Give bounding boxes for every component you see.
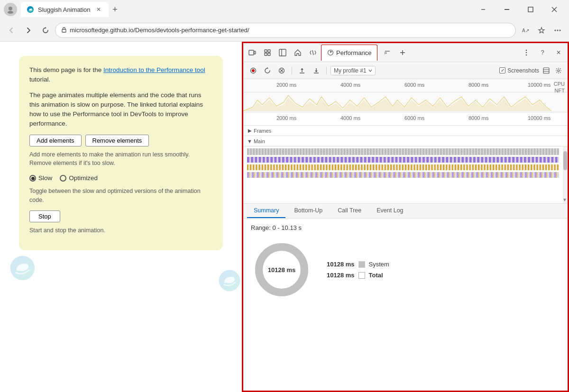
svg-rect-21 bbox=[265, 53, 267, 55]
yellow-stripes bbox=[247, 164, 559, 170]
purple-stripes bbox=[247, 157, 559, 163]
svg-rect-18 bbox=[254, 51, 256, 54]
read-aloud-btn[interactable]: A↗ bbox=[518, 23, 533, 38]
dt-device-icon[interactable] bbox=[245, 46, 259, 60]
dt-source-icon[interactable] bbox=[306, 46, 320, 60]
more-btn[interactable] bbox=[550, 23, 565, 38]
svg-point-1 bbox=[8, 11, 13, 14]
bottom-tabs: Summary Bottom-Up Call Tree Event Log bbox=[243, 203, 568, 219]
ctrl-divider-1 bbox=[292, 67, 292, 74]
system-ms: 10128 ms bbox=[327, 261, 355, 268]
settings-btn[interactable] bbox=[553, 65, 564, 76]
svg-rect-55 bbox=[247, 157, 559, 163]
add-elements-btn[interactable]: Add elements bbox=[29, 135, 82, 146]
frames-label: Frames bbox=[254, 128, 271, 134]
close-btn[interactable] bbox=[543, 2, 565, 17]
dt-more-options[interactable] bbox=[519, 46, 533, 60]
forward-btn[interactable] bbox=[21, 23, 36, 38]
radio-row: Slow Optimized bbox=[29, 173, 212, 183]
svg-rect-50 bbox=[247, 148, 559, 155]
svg-rect-3 bbox=[505, 9, 509, 10]
profile-label: My profile #1 bbox=[334, 67, 367, 74]
slow-radio[interactable]: Slow bbox=[29, 173, 52, 183]
tab-summary[interactable]: Summary bbox=[247, 204, 285, 218]
navbar: microsoftedge.github.io/Demos/devtools-p… bbox=[0, 19, 569, 42]
tab-bottom-up[interactable]: Bottom-Up bbox=[287, 204, 329, 218]
record-btn[interactable] bbox=[247, 64, 259, 77]
stop-btn[interactable]: Stop bbox=[29, 210, 60, 222]
favorite-btn[interactable] bbox=[534, 23, 549, 38]
dt-add-tab[interactable] bbox=[395, 46, 410, 60]
performance-tab-icon bbox=[327, 49, 334, 56]
performance-tab-label: Performance bbox=[336, 49, 371, 56]
ruler-label-2000: 2000 ms bbox=[276, 82, 296, 88]
ruler-label-8000: 8000 ms bbox=[468, 82, 488, 88]
screenshots-label: Screenshots bbox=[507, 67, 539, 74]
refresh-btn[interactable] bbox=[38, 23, 53, 38]
dt-panel-icon[interactable] bbox=[275, 46, 290, 60]
svg-point-0 bbox=[9, 7, 12, 10]
collapse-btn[interactable] bbox=[472, 2, 494, 17]
dt-inspect-icon[interactable] bbox=[260, 46, 275, 60]
back-btn[interactable] bbox=[4, 23, 19, 38]
main-content: This demo page is for the Introduction t… bbox=[0, 42, 569, 392]
tab-close-btn[interactable]: ✕ bbox=[94, 5, 103, 14]
svg-rect-17 bbox=[249, 50, 254, 55]
svg-point-37 bbox=[252, 69, 255, 72]
active-tab[interactable]: Sluggish Animation ✕ bbox=[21, 2, 109, 17]
frames-expand-icon[interactable]: ▶ bbox=[248, 128, 252, 133]
range-text: Range: 0 - 10.13 s bbox=[251, 224, 560, 231]
profile-dropdown-icon bbox=[368, 69, 372, 73]
ruler2-label-4000: 4000 ms bbox=[340, 115, 360, 121]
minimize-btn[interactable] bbox=[496, 2, 518, 17]
titlebar: Sluggish Animation ✕ + bbox=[0, 0, 569, 19]
element-buttons: Add elements Remove elements bbox=[29, 135, 212, 146]
scroll-down-arrow[interactable]: ▼ bbox=[562, 197, 567, 202]
dt-help-btn[interactable]: ? bbox=[535, 46, 550, 60]
import-btn[interactable] bbox=[310, 64, 322, 77]
maximize-btn[interactable] bbox=[520, 2, 541, 17]
tab-performance[interactable]: Performance bbox=[321, 45, 377, 61]
tab-call-tree[interactable]: Call Tree bbox=[331, 204, 368, 218]
svg-rect-58 bbox=[247, 164, 559, 170]
ruler2-label-8000: 8000 ms bbox=[468, 115, 488, 121]
capture-settings-btn[interactable] bbox=[541, 65, 551, 76]
timeline-scrollbar[interactable] bbox=[563, 146, 568, 203]
dt-close-btn[interactable]: ✕ bbox=[551, 46, 566, 60]
dt-toolbar-right: ? ✕ bbox=[519, 46, 566, 60]
intro-link[interactable]: Introduction to the Performance tool bbox=[103, 66, 205, 73]
dt-home-icon[interactable] bbox=[291, 46, 305, 60]
user-avatar bbox=[4, 3, 17, 16]
remove-elements-btn[interactable]: Remove elements bbox=[85, 135, 149, 146]
mixed-stripes bbox=[247, 172, 559, 178]
timeline-ruler-1: 2000 ms 4000 ms 6000 ms 8000 ms 10000 ms… bbox=[243, 79, 568, 92]
screenshots-checkbox[interactable]: ✓ bbox=[499, 67, 505, 73]
devtools-controls: My profile #1 ✓ Screenshots bbox=[243, 62, 568, 79]
system-color-box bbox=[358, 261, 365, 268]
export-btn[interactable] bbox=[296, 64, 308, 77]
new-tab-btn[interactable]: + bbox=[109, 3, 122, 16]
scrollbar-thumb[interactable] bbox=[563, 151, 567, 170]
svg-rect-45 bbox=[543, 68, 549, 73]
svg-rect-4 bbox=[528, 7, 533, 12]
tab-event-log[interactable]: Event Log bbox=[370, 204, 410, 218]
svg-point-34 bbox=[526, 52, 527, 53]
optimized-label: Optimized bbox=[69, 173, 98, 183]
tab-bar: Sluggish Animation ✕ + bbox=[21, 2, 468, 17]
profile-select[interactable]: My profile #1 bbox=[330, 66, 376, 75]
elements-hint: Add more elements to make the animation … bbox=[29, 150, 212, 168]
system-legend: 10128 ms System bbox=[327, 261, 389, 268]
frames-row: ▶ Frames bbox=[243, 126, 568, 136]
main-row: ▼ Main bbox=[243, 136, 568, 146]
svg-point-33 bbox=[526, 49, 527, 51]
address-bar[interactable]: microsoftedge.github.io/Demos/devtools-p… bbox=[55, 23, 516, 38]
reload-profile-btn[interactable] bbox=[261, 64, 274, 77]
ruler2-label-10000: 10000 ms bbox=[528, 115, 551, 121]
dt-more-tabs[interactable]: » bbox=[380, 46, 395, 60]
clear-btn[interactable] bbox=[275, 64, 288, 77]
summary-panel: Range: 0 - 10.13 s 10128 ms bbox=[243, 219, 568, 306]
radio-hint: Toggle between the slow and optimized ve… bbox=[29, 187, 212, 205]
summary-content: 10128 ms 10128 ms System 10128 ms Total bbox=[251, 239, 560, 301]
slow-radio-circle bbox=[29, 175, 36, 182]
optimized-radio[interactable]: Optimized bbox=[60, 173, 98, 183]
